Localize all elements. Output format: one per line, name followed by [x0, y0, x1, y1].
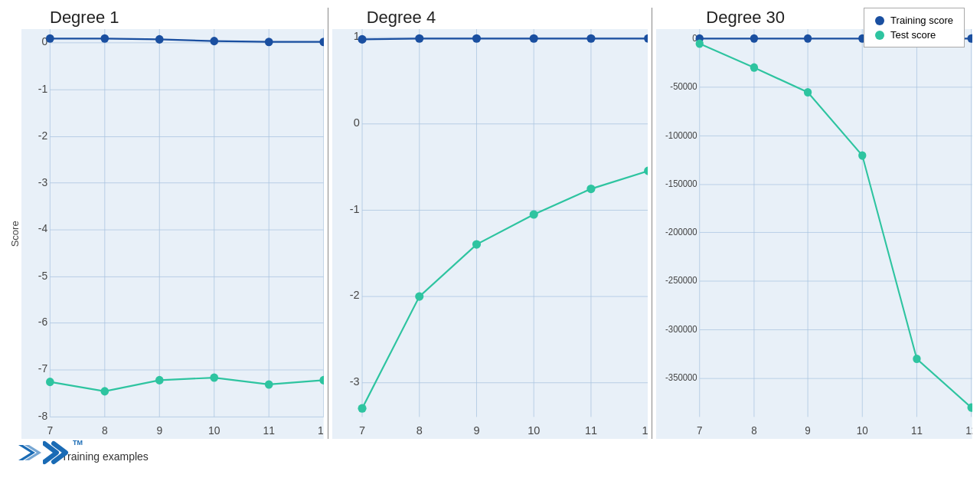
svg-text:11: 11: [911, 424, 923, 437]
svg-point-115: [804, 88, 812, 97]
legend-training-dot: [875, 16, 884, 25]
svg-point-40: [210, 373, 218, 381]
bottom-section: Training examples TM: [8, 439, 972, 473]
svg-text:-200000: -200000: [665, 226, 697, 237]
svg-rect-0: [21, 29, 324, 439]
svg-point-74: [472, 240, 481, 248]
legend-training: Training score: [875, 15, 953, 26]
legend-test-dot: [875, 31, 884, 40]
svg-text:-250000: -250000: [665, 275, 697, 286]
svg-text:9: 9: [805, 424, 812, 437]
legend: Training score Test score: [864, 8, 965, 47]
svg-point-69: [529, 34, 537, 43]
svg-text:-6: -6: [38, 316, 47, 328]
svg-text:-4: -4: [38, 222, 47, 234]
logo-chevron: [43, 439, 72, 466]
svg-rect-43: [332, 29, 648, 439]
svg-point-114: [750, 64, 758, 72]
svg-point-41: [265, 380, 273, 388]
svg-point-31: [46, 34, 54, 43]
svg-point-108: [750, 34, 758, 43]
charts-row: Degree 1 Score: [8, 8, 972, 439]
svg-point-113: [696, 39, 704, 47]
svg-text:8: 8: [416, 424, 422, 437]
chart1-svg-area: 0 -1 -2 -3 -4 -5 -6 -7 -8 7 8: [21, 29, 324, 439]
chart-degree4: Degree 4: [328, 8, 652, 439]
svg-point-67: [415, 34, 423, 43]
svg-point-76: [586, 185, 595, 193]
y-axis-label: Score: [8, 29, 21, 439]
svg-text:-1: -1: [38, 82, 47, 94]
logo-icon: [15, 439, 43, 466]
svg-point-72: [358, 404, 366, 413]
svg-text:-8: -8: [38, 409, 47, 421]
svg-text:-50000: -50000: [671, 81, 698, 93]
svg-text:-1: -1: [349, 203, 359, 215]
svg-text:-350000: -350000: [665, 372, 697, 384]
svg-text:-300000: -300000: [665, 324, 697, 335]
svg-text:9: 9: [156, 424, 162, 436]
svg-text:-5: -5: [38, 269, 47, 281]
svg-point-73: [415, 293, 423, 301]
svg-point-34: [210, 37, 218, 45]
svg-text:-3: -3: [38, 176, 47, 188]
svg-text:-3: -3: [349, 375, 359, 388]
svg-point-66: [358, 35, 366, 44]
svg-text:-2: -2: [349, 289, 359, 301]
logo: TM: [15, 439, 72, 470]
legend-test-label: Test score: [890, 29, 936, 41]
legend-test: Test score: [875, 29, 953, 41]
x-axis-label: Training examples: [61, 450, 149, 463]
chart-degree1: Degree 1 Score: [8, 8, 328, 439]
chart-degree30: Degree 30: [652, 8, 972, 439]
svg-point-33: [155, 35, 164, 44]
svg-text:11: 11: [585, 424, 597, 437]
svg-point-75: [529, 210, 537, 218]
svg-point-32: [100, 34, 109, 43]
svg-text:7: 7: [697, 424, 703, 437]
chart2-svg-area: 1 0 -1 -2 -3 7 8 9 10 11 12: [332, 29, 648, 439]
svg-text:8: 8: [752, 424, 758, 437]
chart3-svg-area: 0 -50000 -100000 -150000 -200000 -250000…: [656, 29, 972, 439]
svg-text:8: 8: [102, 424, 108, 436]
svg-text:11: 11: [263, 424, 275, 436]
svg-text:-2: -2: [38, 129, 47, 142]
svg-text:-100000: -100000: [665, 129, 697, 141]
svg-rect-78: [656, 29, 972, 439]
svg-text:7: 7: [359, 424, 365, 437]
svg-text:0: 0: [353, 116, 359, 129]
legend-training-label: Training score: [890, 15, 953, 26]
svg-point-35: [265, 38, 273, 46]
svg-text:10: 10: [208, 424, 220, 436]
svg-text:9: 9: [473, 424, 479, 437]
chart-title-degree1: Degree 1: [50, 8, 324, 28]
svg-point-116: [858, 151, 866, 159]
chart-title-degree4: Degree 4: [367, 8, 648, 28]
logo-tm: TM: [73, 439, 83, 447]
svg-text:10: 10: [528, 424, 540, 437]
svg-text:12: 12: [642, 424, 648, 437]
svg-text:12: 12: [966, 424, 972, 437]
svg-point-68: [472, 34, 481, 43]
svg-text:-150000: -150000: [665, 178, 697, 190]
svg-point-109: [804, 34, 812, 43]
svg-point-117: [913, 355, 921, 363]
svg-text:-7: -7: [38, 362, 47, 375]
svg-text:12: 12: [318, 424, 324, 436]
svg-text:10: 10: [857, 424, 868, 437]
svg-point-70: [586, 34, 595, 43]
svg-point-38: [100, 387, 109, 395]
svg-point-39: [155, 376, 164, 384]
main-container: Training score Test score Degree 1 Score: [0, 0, 980, 481]
svg-text:7: 7: [47, 424, 53, 436]
svg-point-37: [46, 378, 54, 386]
